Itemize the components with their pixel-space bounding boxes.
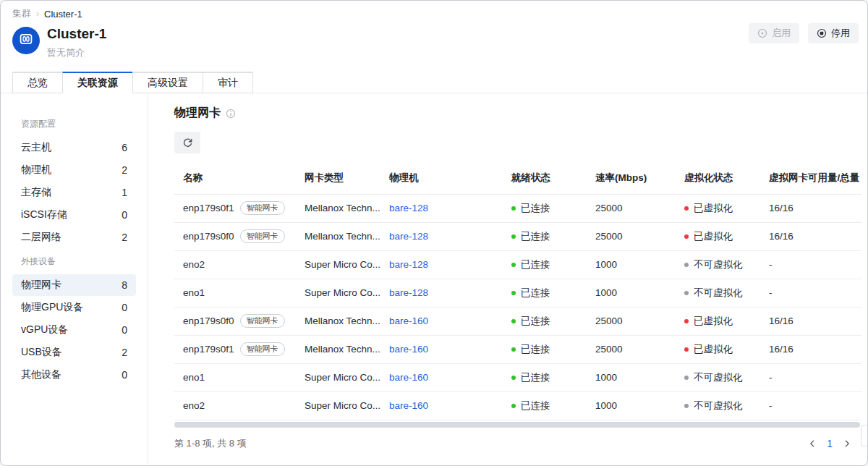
vnic-availability: 16/16 [760,222,861,250]
ready-status-dot [511,376,516,380]
nic-name: enp179s0f1 [183,203,234,213]
page-size-select-partial[interactable] [861,425,867,446]
virtualization-status: 已虚拟化 [694,315,733,326]
virtualization-status-dot [684,347,689,352]
host-link[interactable]: bare-128 [389,203,428,213]
breadcrumb-current: Cluster-1 [44,9,82,20]
virtualization-status: 已虚拟化 [694,344,733,355]
nic-table: 名称网卡类型物理机就绪状态速率(Mbps)虚拟化状态虚拟网卡可用量/总量 enp… [174,162,861,420]
host-link[interactable]: bare-160 [389,400,428,411]
speed: 25000 [587,335,676,363]
host-link[interactable]: bare-160 [389,372,428,383]
column-header: 物理机 [380,162,503,194]
ready-status: 已连接 [521,315,550,326]
virtualization-status: 已虚拟化 [694,231,733,242]
next-page-button[interactable] [843,439,851,448]
horizontal-scrollbar[interactable] [174,422,860,428]
virtualization-status-dot [684,263,689,267]
nic-type: Mellanox Techn... [296,307,380,335]
tab-related-resources[interactable]: 关联资源 [62,72,133,93]
host-link[interactable]: bare-160 [389,344,428,355]
sidebar-item-label: 物理网卡 [21,279,61,292]
ready-status: 已连接 [521,231,550,242]
sidebar-item-label: 其他设备 [21,368,61,381]
disable-button[interactable]: 停用 [808,23,859,43]
refresh-button[interactable] [174,132,200,153]
virtualization-status-dot [684,234,689,239]
breadcrumb: 集群 › Cluster-1 [1,1,867,20]
nic-row: enp179s0f0智能网卡Mellanox Techn...bare-160已… [174,307,861,335]
section-title: 物理网卡 [174,106,221,121]
play-circle-icon [757,28,767,38]
nic-type: Super Micro Co... [296,250,380,279]
nic-row: enp179s0f1智能网卡Mellanox Techn...bare-128已… [174,194,861,222]
sidebar-item-label: 云主机 [21,141,51,154]
vnic-availability: - [760,363,861,391]
sidebar-item-host[interactable]: 物理机2 [12,159,136,181]
sidebar-group-label: 外接设备 [1,255,148,268]
sidebar-item-label: USB设备 [21,346,62,359]
speed: 1000 [587,250,676,279]
sidebar-item-usb[interactable]: USB设备2 [12,342,136,363]
cluster-detail-page: 集群 › Cluster-1 Cluster-1 暂无简介 [0,0,868,466]
ready-status-dot [511,404,516,408]
sidebar-item-primary-storage[interactable]: 主存储1 [12,182,136,203]
sidebar-item-other-device[interactable]: 其他设备0 [12,364,136,386]
breadcrumb-clusters[interactable]: 集群 [12,7,31,20]
info-icon[interactable] [226,109,236,119]
sidebar-item-vm[interactable]: 云主机6 [12,137,136,158]
vnic-availability: 16/16 [760,307,861,335]
tab-audit[interactable]: 审计 [203,72,253,93]
host-link[interactable]: bare-128 [389,287,428,298]
sidebar-item-label: 主存储 [21,186,51,199]
sidebar-item-count: 0 [122,369,127,381]
sidebar-item-vgpu[interactable]: vGPU设备0 [12,319,136,341]
table-header-row: 名称网卡类型物理机就绪状态速率(Mbps)虚拟化状态虚拟网卡可用量/总量 [174,162,861,194]
refresh-icon [182,137,193,148]
ready-status: 已连接 [521,400,550,411]
ready-status: 已连接 [521,287,550,298]
host-link[interactable]: bare-128 [389,231,428,242]
column-header: 虚拟化状态 [676,162,760,194]
sidebar-item-count: 0 [122,209,127,221]
nic-type: Super Micro Co... [296,279,380,307]
virtualization-status-dot [684,291,689,295]
sidebar-item-label: 物理GPU设备 [21,301,83,314]
page-number[interactable]: 1 [827,438,833,449]
nic-name: eno2 [183,400,205,411]
prev-page-button[interactable] [808,439,817,448]
ready-status-dot [511,291,516,295]
nic-type: Super Micro Co... [296,391,380,420]
page-subtitle: 暂无简介 [47,46,106,59]
host-link[interactable]: bare-160 [389,315,428,326]
sidebar-item-l2-network[interactable]: 二层网络2 [12,226,136,248]
ready-status: 已连接 [521,344,550,355]
sidebar-item-count: 0 [122,302,127,313]
host-link[interactable]: bare-128 [389,259,428,270]
ready-status-dot [511,347,516,352]
sidebar-item-iscsi-storage[interactable]: iSCSI存储0 [12,204,136,226]
speed: 25000 [587,307,676,335]
resource-sidebar: 资源配置云主机6物理机2主存储1iSCSI存储0二层网络2外接设备物理网卡8物理… [1,93,148,465]
page-title: Cluster-1 [47,25,106,43]
sidebar-item-physical-nic[interactable]: 物理网卡8 [12,274,136,296]
nic-type: Super Micro Co... [296,363,380,391]
smart-nic-tag: 智能网卡 [240,201,285,215]
sidebar-item-physical-gpu[interactable]: 物理GPU设备0 [12,297,136,318]
speed: 25000 [587,222,676,250]
enable-button[interactable]: 启用 [749,23,799,43]
tab-overview[interactable]: 总览 [12,72,63,93]
speed: 1000 [587,363,676,391]
sidebar-item-label: 物理机 [21,164,51,177]
nic-row: eno2Super Micro Co...bare-160已连接1000不可虚拟… [174,391,861,420]
virtualization-status: 不可虚拟化 [694,372,743,383]
virtualization-status-dot [684,206,689,211]
sidebar-group-label: 资源配置 [1,118,148,130]
tab-advanced-settings[interactable]: 高级设置 [132,72,203,93]
smart-nic-tag: 智能网卡 [240,314,285,328]
nic-name: enp179s0f0 [183,231,234,242]
speed: 1000 [587,279,676,307]
nic-type: Mellanox Techn... [296,222,380,250]
sidebar-item-label: vGPU设备 [21,323,68,336]
vnic-availability: - [760,279,861,307]
